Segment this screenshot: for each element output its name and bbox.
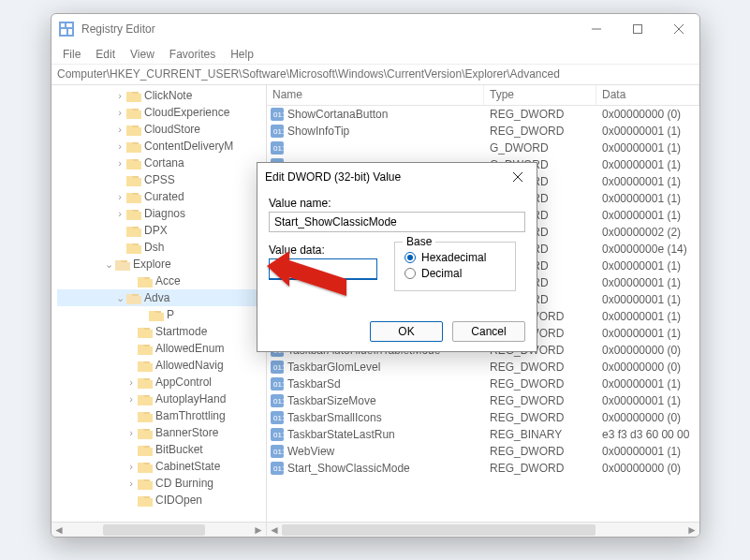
expand-icon[interactable]: ›: [125, 461, 138, 472]
value-data: 0x00000000 (0): [596, 344, 699, 357]
svg-text:011: 011: [273, 380, 284, 389]
scroll-thumb[interactable]: [103, 524, 204, 536]
scroll-left-icon[interactable]: ◄: [51, 523, 66, 538]
tree-node[interactable]: ›CabinetState: [57, 458, 266, 475]
value-row[interactable]: 011ShowCortanaButtonREG_DWORD0x00000000 …: [267, 106, 699, 123]
dword-icon: 011: [271, 377, 284, 391]
expand-icon[interactable]: ›: [125, 478, 138, 489]
expand-icon[interactable]: ›: [125, 376, 138, 388]
tree-node[interactable]: ›Curated: [57, 188, 266, 205]
expand-icon[interactable]: ›: [125, 393, 138, 405]
expand-icon[interactable]: ›: [113, 124, 126, 135]
scroll-left-icon[interactable]: ◄: [267, 523, 282, 538]
value-type: REG_DWORD: [484, 462, 596, 475]
maximize-button[interactable]: [617, 14, 658, 44]
close-button[interactable]: [658, 14, 699, 44]
radio-hex[interactable]: Hexadecimal: [404, 251, 506, 264]
menu-favorites[interactable]: Favorites: [162, 46, 223, 63]
tree-node[interactable]: AllowedNavig: [57, 357, 266, 374]
tree-node[interactable]: Dsh: [57, 239, 266, 256]
folder-icon: [138, 461, 153, 473]
expand-icon[interactable]: ›: [113, 107, 126, 118]
expand-icon[interactable]: ›: [125, 427, 138, 438]
tree-node[interactable]: ›CloudExperience: [57, 104, 266, 121]
tree-node[interactable]: BitBucket: [57, 441, 266, 458]
tree-node[interactable]: AllowedEnum: [57, 340, 266, 357]
tree-node[interactable]: ›CD Burning: [57, 475, 266, 492]
value-row[interactable]: 011TaskbarSizeMoveREG_DWORD0x00000001 (1…: [267, 392, 699, 409]
tree-label: ContentDeliveryM: [144, 140, 233, 153]
scroll-right-icon[interactable]: ►: [684, 523, 699, 538]
tree-node[interactable]: ›ContentDeliveryM: [57, 138, 266, 155]
expand-icon[interactable]: ⌄: [113, 292, 126, 304]
value-data: 0x00000001 (1): [596, 310, 699, 323]
tree-node[interactable]: CIDOpen: [57, 492, 266, 508]
svg-text:011: 011: [273, 397, 284, 405]
list-hscroll[interactable]: ◄ ►: [267, 522, 699, 537]
tree-label: ClickNote: [144, 89, 192, 102]
ok-button[interactable]: OK: [370, 321, 443, 342]
tree-node[interactable]: BamThrottling: [57, 407, 266, 424]
menu-file[interactable]: File: [55, 46, 88, 63]
menu-edit[interactable]: Edit: [88, 46, 123, 63]
tree-node[interactable]: ›Diagnos: [57, 205, 266, 222]
scroll-thumb[interactable]: [282, 524, 596, 536]
tree-node[interactable]: Acce: [57, 273, 266, 289]
radio-dec[interactable]: Decimal: [404, 267, 506, 280]
tree-label: Acce: [155, 274, 181, 287]
tree-pane[interactable]: ›ClickNote›CloudExperience›CloudStore›Co…: [51, 85, 267, 537]
dialog-close-button[interactable]: [507, 166, 529, 188]
dword-icon: 011: [271, 394, 284, 407]
col-name[interactable]: Name: [267, 85, 484, 105]
tree-node[interactable]: P: [57, 306, 266, 323]
folder-icon: [126, 157, 141, 169]
expand-icon[interactable]: ›: [113, 157, 126, 169]
folder-icon: [126, 107, 141, 119]
tree-node[interactable]: ›BannerStore: [57, 424, 266, 441]
tree-node[interactable]: ›CloudStore: [57, 121, 266, 138]
tree-node[interactable]: ⌄Adva: [57, 289, 266, 306]
tree-node[interactable]: ›Cortana: [57, 155, 266, 171]
cancel-button[interactable]: Cancel: [452, 321, 525, 342]
tree-node[interactable]: ⌄Explore: [57, 256, 266, 273]
expand-icon[interactable]: ›: [113, 140, 126, 152]
tree-node[interactable]: ›AppControl: [57, 374, 266, 391]
col-type[interactable]: Type: [484, 85, 596, 105]
expand-icon[interactable]: ⌄: [102, 258, 115, 271]
address-bar[interactable]: Computer\HKEY_CURRENT_USER\Software\Micr…: [51, 65, 699, 85]
value-data: 0x00000001 (1): [596, 394, 699, 407]
scroll-right-icon[interactable]: ►: [251, 523, 266, 538]
expand-icon[interactable]: ›: [113, 191, 126, 202]
value-row[interactable]: 011Start_ShowClassicModeREG_DWORD0x00000…: [267, 460, 699, 477]
value-row[interactable]: 011TaskbarSdREG_DWORD0x00000001 (1): [267, 376, 699, 392]
svg-rect-4: [68, 29, 72, 35]
value-data-input[interactable]: [269, 258, 377, 280]
tree-node[interactable]: Startmode: [57, 323, 266, 340]
value-row[interactable]: 011TaskbarGlomLevelREG_DWORD0x00000000 (…: [267, 359, 699, 376]
tree-node[interactable]: ›AutoplayHand: [57, 391, 266, 407]
minimize-button[interactable]: [576, 14, 617, 44]
value-row[interactable]: 011TaskbarSmallIconsREG_DWORD0x00000000 …: [267, 409, 699, 426]
col-data[interactable]: Data: [596, 85, 699, 105]
menu-view[interactable]: View: [123, 46, 162, 63]
list-header[interactable]: Name Type Data: [267, 85, 699, 106]
value-data: 0x00000001 (1): [596, 175, 699, 188]
value-name: WebView: [287, 445, 334, 458]
value-name-label: Value name:: [269, 197, 525, 210]
value-row[interactable]: 011ShowInfoTipREG_DWORD0x00000001 (1): [267, 123, 699, 140]
tree-hscroll[interactable]: ◄ ►: [51, 522, 266, 537]
menu-help[interactable]: Help: [223, 46, 261, 63]
expand-icon[interactable]: ›: [113, 90, 126, 101]
tree-node[interactable]: DPX: [57, 222, 266, 239]
value-data: e3 f3 d3 60 00 00: [596, 428, 699, 441]
svg-text:011: 011: [273, 363, 284, 372]
expand-icon[interactable]: ›: [113, 208, 126, 219]
tree-node[interactable]: CPSS: [57, 171, 266, 188]
tree-node[interactable]: ›ClickNote: [57, 87, 266, 104]
tree-label: CloudStore: [144, 123, 200, 136]
value-row[interactable]: 011WebViewREG_DWORD0x00000001 (1): [267, 443, 699, 460]
dword-icon: 011: [271, 361, 284, 374]
value-row[interactable]: 011TaskbarStateLastRunREG_BINARYe3 f3 d3…: [267, 426, 699, 443]
value-row[interactable]: 011G_DWORD0x00000001 (1): [267, 140, 699, 156]
folder-icon: [126, 191, 141, 203]
